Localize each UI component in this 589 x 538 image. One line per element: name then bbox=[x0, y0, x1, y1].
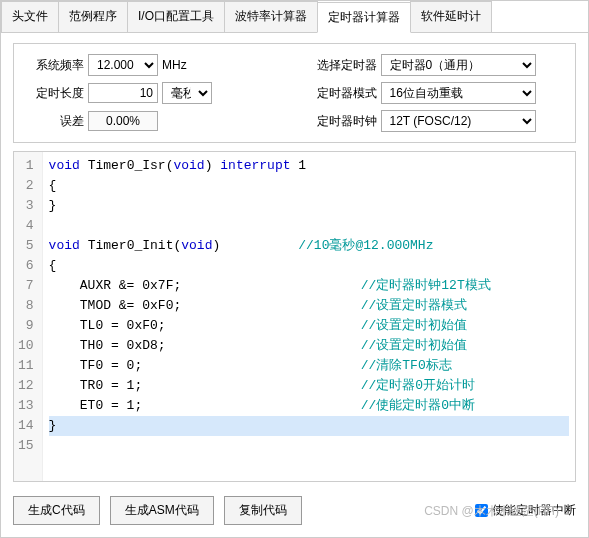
clock-select[interactable]: 12T (FOSC/12) bbox=[381, 110, 536, 132]
code-editor[interactable]: 123456789101112131415 void Timer0_Isr(vo… bbox=[13, 151, 576, 482]
enable-int-label: 使能定时器中断 bbox=[492, 502, 576, 519]
tab-example[interactable]: 范例程序 bbox=[58, 1, 128, 32]
sel-timer-select[interactable]: 定时器0（通用） bbox=[381, 54, 536, 76]
mode-select[interactable]: 16位自动重载 bbox=[381, 82, 536, 104]
content-area: 系统频率 12.000 MHz 选择定时器 定时器0（通用） 定时长度 毫秒 定… bbox=[1, 33, 588, 537]
tab-bar: 头文件 范例程序 I/O口配置工具 波特率计算器 定时器计算器 软件延时计 bbox=[1, 1, 588, 33]
tab-timer[interactable]: 定时器计算器 bbox=[317, 2, 411, 33]
copy-button[interactable]: 复制代码 bbox=[224, 496, 302, 525]
code-body[interactable]: void Timer0_Isr(void) interrupt 1{} void… bbox=[43, 152, 575, 481]
tab-io[interactable]: I/O口配置工具 bbox=[127, 1, 225, 32]
freq-label: 系统频率 bbox=[24, 57, 84, 74]
clock-label: 定时器时钟 bbox=[305, 113, 377, 130]
line-gutter: 123456789101112131415 bbox=[14, 152, 43, 481]
sel-timer-label: 选择定时器 bbox=[305, 57, 377, 74]
freq-select[interactable]: 12.000 bbox=[88, 54, 158, 76]
enable-int-checkbox[interactable]: 使能定时器中断 bbox=[475, 502, 576, 519]
gen-asm-button[interactable]: 生成ASM代码 bbox=[110, 496, 214, 525]
tab-baud[interactable]: 波特率计算器 bbox=[224, 1, 318, 32]
len-unit-select[interactable]: 毫秒 bbox=[162, 82, 212, 104]
tab-delay[interactable]: 软件延时计 bbox=[410, 1, 492, 32]
tab-header[interactable]: 头文件 bbox=[1, 1, 59, 32]
bottom-toolbar: 生成C代码 生成ASM代码 复制代码 使能定时器中断 bbox=[13, 490, 576, 527]
freq-unit: MHz bbox=[162, 58, 187, 72]
enable-int-input[interactable] bbox=[475, 504, 488, 517]
len-label: 定时长度 bbox=[24, 85, 84, 102]
mode-label: 定时器模式 bbox=[305, 85, 377, 102]
settings-panel: 系统频率 12.000 MHz 选择定时器 定时器0（通用） 定时长度 毫秒 定… bbox=[13, 43, 576, 143]
gen-c-button[interactable]: 生成C代码 bbox=[13, 496, 100, 525]
err-output bbox=[88, 111, 158, 131]
app-window: 头文件 范例程序 I/O口配置工具 波特率计算器 定时器计算器 软件延时计 系统… bbox=[0, 0, 589, 538]
err-label: 误差 bbox=[24, 113, 84, 130]
len-input[interactable] bbox=[88, 83, 158, 103]
